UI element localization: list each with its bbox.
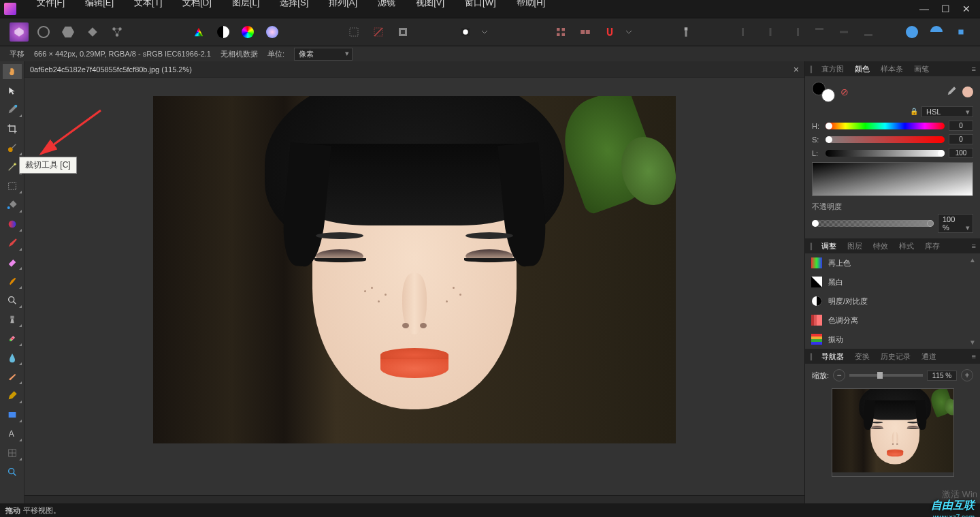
menu-select[interactable]: 选择[S] (277, 0, 311, 10)
align-hcenter-icon[interactable] (761, 22, 780, 42)
adjustments-scroll-up-icon[interactable]: ▲ (969, 256, 976, 264)
tool-hand[interactable] (3, 64, 22, 79)
align-left-icon[interactable] (736, 22, 755, 42)
tool-zoom[interactable] (3, 465, 22, 480)
tool-clone[interactable] (3, 312, 22, 327)
tool-text[interactable]: A (3, 426, 22, 441)
menu-window[interactable]: 窗口[W] (462, 0, 499, 10)
panel-group1-menu-icon[interactable]: ≡ (972, 65, 976, 73)
tab-history[interactable]: 历史记录 (878, 350, 913, 363)
adjustment-blackwhite[interactable]: 黑白 (805, 272, 980, 292)
menu-help[interactable]: 帮助[H] (514, 0, 549, 10)
tab-transform[interactable]: 变换 (852, 350, 872, 363)
menu-filter[interactable]: 滤镜 (375, 0, 398, 10)
swatch-hue-icon[interactable] (238, 22, 257, 42)
menu-edit[interactable]: 编辑[E] (82, 0, 116, 10)
saturation-slider[interactable] (826, 136, 945, 143)
minimize-button[interactable]: — (919, 3, 929, 14)
menu-layer[interactable]: 图层[L] (229, 0, 262, 10)
persona-liquify-icon[interactable] (34, 22, 53, 42)
color-gradient-preview[interactable] (812, 162, 973, 196)
document-tab-close[interactable]: × (794, 64, 799, 75)
color-mode-select[interactable]: HSL (921, 106, 973, 117)
tool-move[interactable] (3, 83, 22, 98)
grid-wide-icon[interactable] (576, 22, 595, 42)
zoom-value[interactable]: 115 % (927, 371, 957, 381)
tab-swatches[interactable]: 样本条 (878, 63, 906, 76)
snapping-icon[interactable] (600, 22, 619, 42)
boolean-subtract-icon[interactable] (927, 22, 946, 42)
menu-document[interactable]: 文档[D] (180, 0, 214, 10)
adjustment-vibrance[interactable]: 振动 (805, 330, 980, 349)
tab-brushes[interactable]: 画笔 (911, 63, 932, 76)
snapping-dropdown-icon[interactable] (625, 22, 633, 42)
tab-adjustments[interactable]: 调整 (819, 240, 839, 253)
context-unit-select[interactable]: 像素 (294, 48, 353, 61)
document-tab-title[interactable]: 0af6eb24c5182e7f405855fc5fcf80b.jpg (115… (30, 65, 192, 74)
selection-remove-icon[interactable] (369, 22, 388, 42)
quickmask-dropdown-icon[interactable] (480, 22, 489, 42)
persona-export-icon[interactable] (108, 22, 127, 42)
selection-rect-icon[interactable] (344, 22, 363, 42)
tool-selection-brush[interactable] (3, 140, 22, 155)
navigator-thumbnail[interactable] (832, 388, 954, 477)
tool-blur[interactable] (3, 350, 22, 365)
opacity-value[interactable]: 100 % (938, 214, 973, 233)
swatch-bw-icon[interactable] (214, 22, 233, 42)
current-color-swatch[interactable] (962, 87, 973, 97)
zoom-slider[interactable] (849, 374, 923, 377)
tab-layers[interactable]: 图层 (845, 240, 865, 253)
tab-navigator[interactable]: 导航器 (819, 350, 847, 363)
reset-swatch-icon[interactable]: ⊘ (840, 87, 849, 97)
persona-develop-icon[interactable] (59, 22, 78, 42)
tool-flood-fill[interactable] (3, 198, 22, 213)
menu-arrange[interactable]: 排列[A] (326, 0, 360, 10)
hue-slider[interactable] (826, 123, 945, 129)
boolean-add-icon[interactable] (902, 22, 921, 42)
tab-styles[interactable]: 样式 (896, 240, 917, 253)
adjustment-recolor[interactable]: 再上色 (805, 253, 980, 272)
hue-value[interactable]: 0 (949, 121, 973, 131)
tool-gradient[interactable] (3, 217, 22, 232)
sat-value[interactable]: 0 (949, 134, 973, 144)
selection-invert-icon[interactable] (393, 22, 412, 42)
tab-stock[interactable]: 库存 (922, 240, 943, 253)
tool-pen[interactable] (3, 388, 22, 403)
light-value[interactable]: 100 (949, 148, 973, 158)
tool-crop[interactable] (3, 121, 22, 136)
panel-group2-menu-icon[interactable]: ≡ (972, 242, 976, 250)
grid-small-icon[interactable] (551, 22, 570, 42)
tool-healing[interactable] (3, 331, 22, 346)
adjustment-posterize[interactable]: 色调分离 (805, 311, 980, 330)
tool-paint-brush[interactable] (3, 236, 22, 251)
menu-text[interactable]: 文本[T] (131, 0, 165, 10)
picker-icon[interactable] (946, 86, 957, 99)
adjustment-brightness[interactable]: 明度/对比度 (805, 292, 980, 311)
swatch-gradient-icon[interactable] (263, 22, 282, 42)
tab-histogram[interactable]: 直方图 (819, 63, 847, 76)
zoom-out-button[interactable]: − (833, 369, 845, 381)
adjustments-scroll-down-icon[interactable]: ▼ (969, 339, 976, 346)
persona-photo-icon[interactable] (10, 22, 29, 42)
tool-marquee[interactable] (3, 178, 22, 193)
panel-group3-menu-icon[interactable]: ≡ (972, 352, 976, 360)
tab-channels[interactable]: 通道 (919, 350, 939, 363)
tool-smudge[interactable] (3, 369, 22, 384)
maximize-button[interactable]: ☐ (941, 3, 950, 14)
align-vcenter-icon[interactable] (834, 22, 853, 42)
align-bottom-icon[interactable] (859, 22, 878, 42)
tool-rectangle[interactable] (3, 407, 22, 422)
tool-mesh[interactable] (3, 445, 22, 460)
boolean-intersect-icon[interactable] (951, 22, 970, 42)
canvas-viewport[interactable]: 裁切工具 [C] (24, 78, 804, 495)
menu-view[interactable]: 视图[V] (413, 0, 447, 10)
tool-erase[interactable] (3, 255, 22, 270)
tab-color[interactable]: 颜色 (852, 63, 872, 76)
tab-effects[interactable]: 特效 (870, 240, 891, 253)
tool-color-picker[interactable] (3, 102, 22, 117)
lightness-slider[interactable] (826, 150, 945, 157)
menu-file[interactable]: 文件[F] (34, 0, 67, 10)
align-top-icon[interactable] (810, 22, 829, 42)
close-button[interactable]: ✕ (962, 3, 970, 14)
horizontal-scrollbar[interactable] (24, 495, 804, 503)
